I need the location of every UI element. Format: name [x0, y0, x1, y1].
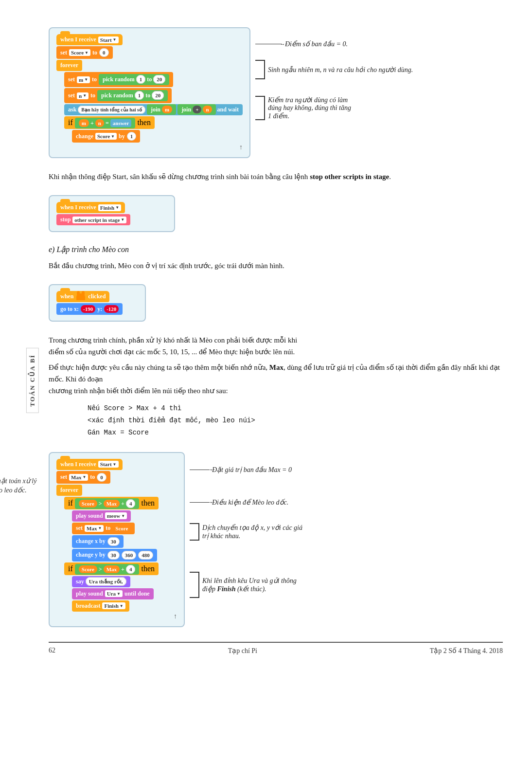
hat-start: when I receive Start	[56, 34, 123, 45]
broadcast-dropdown[interactable]: Finish	[102, 602, 125, 609]
say-ura-row: say Ura thắng rồi,	[72, 576, 177, 587]
play-meow-row: play sound meow	[72, 510, 177, 522]
x-by-val: 30	[107, 537, 120, 546]
change-x-row: change x by 30	[72, 535, 177, 548]
bottom-arrow2: ↑	[174, 613, 177, 620]
hat2-start: when I receive Start	[56, 459, 123, 470]
forever-block: forever	[56, 60, 82, 71]
if-indent-3: say Ura thắng rồi, play sound Ura until …	[72, 576, 177, 612]
stop-dropdown[interactable]: other script in stage	[72, 217, 126, 223]
change-score-row: change Score by 1	[72, 130, 243, 143]
bottom-arrow-row: ↑	[56, 144, 243, 151]
annotation-text-2: Sinh ngẫu nhiên m, n và ra câu hỏi cho n…	[268, 66, 413, 74]
x-value: -190	[81, 305, 95, 313]
section2-block: when I receive Finish stop other script …	[49, 190, 503, 237]
annot5-4-line1: Khi lên đỉnh kêu Ura và gửi thông	[202, 577, 297, 584]
brace-2	[255, 60, 265, 79]
max2-dropdown[interactable]: Max	[85, 525, 104, 532]
play-meow-block: play sound meow	[72, 510, 131, 522]
set-score-block: set Score to 0	[56, 46, 113, 59]
ask-row: ask Bạn hãy tính tổng của hai số join m …	[64, 104, 243, 115]
annotation-text-1: Điểm số ban đầu = 0.	[285, 40, 348, 48]
margin-note: Thuật toán xử lý Mèo leo dốc.	[0, 476, 44, 495]
change-by-value: 1	[127, 132, 137, 141]
annotation-2: Sinh ngẫu nhiên m, n và ra câu hỏi cho n…	[255, 60, 413, 79]
arrow-line-1: →	[255, 44, 282, 44]
cat-icon	[76, 293, 85, 300]
brace-3	[255, 96, 265, 120]
section-heading-e: e) Lập trình cho Mèo con	[49, 245, 503, 254]
n-dropdown[interactable]: n	[77, 92, 89, 99]
score-value: 0	[99, 48, 109, 57]
footer-journal: Tạp chí Pi	[228, 647, 257, 655]
four-val: 4	[126, 499, 136, 508]
y-by-360: 360	[122, 551, 137, 560]
section5-block: Thuật toán xử lý Mèo leo dốc. when I rec…	[49, 447, 503, 632]
if-indent-2: play sound meow set Max to Score	[72, 510, 177, 562]
receive2-dropdown[interactable]: Start	[98, 461, 119, 468]
join-m: m	[162, 106, 172, 113]
paragraph-3: Trong chương trình chính, phần xử lý khó…	[49, 334, 503, 397]
arrow-head-1: →	[280, 41, 285, 47]
max-ref: Max	[104, 500, 120, 507]
section1-block: when I receive Start set Score to 0 fore…	[49, 22, 503, 163]
y-by-30: 30	[107, 551, 120, 560]
hat2-start-row: when I receive Start	[56, 459, 177, 470]
scratch-container-2: when I receive Finish stop other script …	[49, 195, 175, 232]
annotation-1: → Điểm số ban đầu = 0.	[255, 40, 413, 48]
score-dropdown[interactable]: Score	[69, 49, 90, 56]
play-ura-block: play sound Ura until done	[72, 588, 154, 599]
code-line3: Gán Max = Score	[88, 427, 503, 439]
condition-block: m + n = answer	[75, 118, 136, 128]
footer-issue: Tập 2 Số 4 Tháng 4. 2018	[430, 647, 503, 655]
main-content: when I receive Start set Score to 0 fore…	[19, 0, 532, 674]
footer-page: 62	[49, 647, 55, 655]
ura-text: Ura thắng rồi,	[86, 577, 126, 586]
random-from2: 1	[135, 91, 144, 100]
say-ura-block: say Ura thắng rồi,	[72, 576, 130, 587]
brace-container-2	[255, 60, 265, 79]
para3-line3: Để thực hiện được yêu cầu này chúng ta s…	[49, 362, 503, 385]
broadcast-finish-block: broadcast Finish	[72, 600, 129, 612]
ask-text: Bạn hãy tính tổng của hai số	[78, 106, 145, 114]
para2-text: Bắt đầu chương trình, Mèo con ở vị trí x…	[49, 262, 284, 270]
y-value: -120	[104, 305, 119, 313]
annot5-3-line1: Dịch chuyển tọa độ x, y với các giá	[202, 524, 302, 531]
bottom-arrow: ↑	[239, 144, 243, 151]
section4-block: when clicked go to x: -190 y: -120	[49, 279, 503, 326]
score-condition: Score > Max + 4	[75, 498, 140, 509]
annot5-3: Dịch chuyển tọa độ x, y với các giá trị …	[190, 523, 302, 541]
m-dropdown[interactable]: m	[77, 76, 90, 83]
brace5-3	[190, 523, 199, 541]
para1-bold: stop other scripts in stage	[310, 173, 389, 181]
ask-block: ask Bạn hãy tính tổng của hai số join m …	[64, 104, 243, 115]
forever2-row: forever	[56, 485, 177, 496]
score-ref2: Score	[112, 525, 131, 532]
if-block: if m + n = answer then	[64, 116, 155, 129]
meow-dropdown[interactable]: meow	[105, 512, 127, 519]
max-ref2: Max	[104, 565, 120, 573]
random-to1: 20	[153, 75, 165, 84]
annot3-line3: 1 điểm.	[268, 112, 289, 120]
if-score-block: if Score > Max + 4 then	[64, 497, 159, 509]
receive-dropdown[interactable]: Start	[98, 36, 119, 43]
annot5-text1: Đặt giá trị ban đầu Max = 0	[212, 466, 292, 474]
finish-dropdown[interactable]: Finish	[98, 204, 121, 211]
code-line2: <xác định thời điểm đạt mốc, mèo leo núi…	[88, 415, 503, 427]
margin-note-text: Thuật toán xử lý Mèo leo dốc.	[0, 477, 36, 494]
set-n-row: set n to pick random 1 to 20	[64, 88, 243, 103]
join-block2: join + n	[177, 104, 215, 115]
side-tab: TOÁN CỦA BÍ	[26, 348, 39, 413]
if-score2-block: if Score > Max + 4 then	[64, 562, 159, 575]
annot5-text3: Dịch chuyển tọa độ x, y với các giá trị …	[202, 524, 302, 540]
change-score-dropdown[interactable]: Score	[95, 133, 117, 140]
para1-text1: Khi nhận thông điệp Start, sân khấu sẽ d…	[49, 173, 310, 181]
ura-dropdown[interactable]: Ura	[105, 590, 123, 597]
annotations-col-5: → Đặt giá trị ban đầu Max = 0 → Điều kiệ…	[190, 447, 302, 598]
join-plus: +	[193, 106, 201, 113]
annotation-3: Kiểm tra người dùng có làm đúng hay khôn…	[255, 96, 413, 120]
side-tab-label: TOÁN CỦA BÍ	[29, 354, 36, 407]
change-y-row: change y by 30 360 480	[72, 549, 177, 562]
max-dropdown[interactable]: Max	[69, 474, 88, 481]
paragraph-2: Bắt đầu chương trình, Mèo con ở vị trí x…	[49, 260, 503, 272]
